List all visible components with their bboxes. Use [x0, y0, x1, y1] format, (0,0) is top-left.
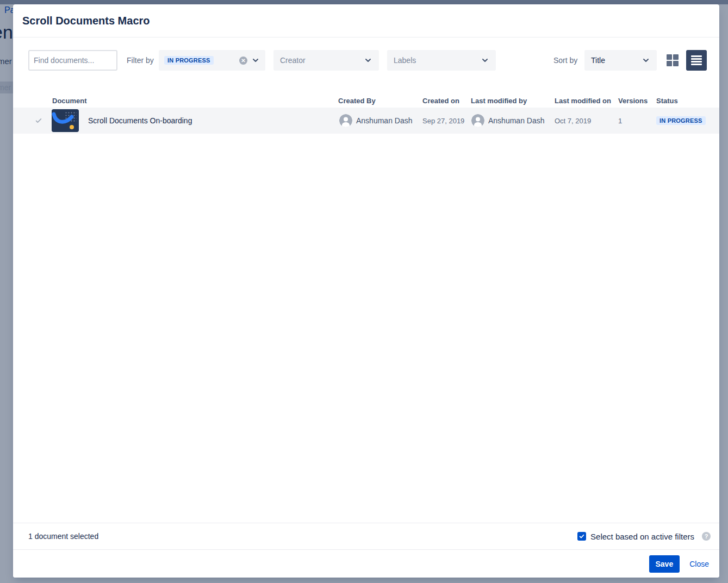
active-filters-checkbox[interactable] [577, 532, 586, 541]
active-filters-checkbox-label[interactable]: Select based on active filters [590, 532, 694, 541]
versions-count: 1 [618, 108, 622, 134]
last-modified-on-date: Oct 7, 2019 [555, 108, 591, 134]
status-cell: IN PROGRESS [656, 108, 706, 134]
document-thumbnail [52, 108, 79, 134]
toolbar: Filter by IN PROGRESS ✕ Creator Labels S… [28, 50, 707, 71]
column-header-document: Document [52, 97, 87, 105]
save-button[interactable]: Save [649, 555, 680, 573]
column-header-created-by: Created By [338, 97, 376, 105]
column-header-status: Status [656, 97, 678, 105]
created-by-cell: Anshuman Dash [339, 108, 413, 134]
row-selected-checkmark-icon [35, 108, 43, 134]
scroll-documents-macro-dialog: Scroll Documents Macro Filter by IN PROG… [13, 4, 719, 578]
sort-selected-value: Title [591, 56, 642, 65]
chevron-down-icon [481, 56, 489, 65]
list-view-icon[interactable] [686, 50, 707, 71]
status-badge: IN PROGRESS [656, 116, 706, 125]
created-by-name: Anshuman Dash [356, 116, 413, 125]
last-modified-by-name: Anshuman Dash [488, 116, 545, 125]
search-input[interactable] [28, 50, 117, 71]
user-avatar-icon [339, 114, 352, 127]
chevron-down-icon [642, 56, 650, 65]
filter-by-label: Filter by [127, 50, 154, 71]
sort-dropdown[interactable]: Title [584, 50, 657, 71]
last-modified-by-cell: Anshuman Dash [471, 108, 545, 134]
status-filter-lozenge: IN PROGRESS [164, 56, 214, 65]
chevron-down-icon [251, 56, 260, 65]
help-icon[interactable]: ? [702, 532, 711, 541]
creator-filter-dropdown[interactable]: Creator [273, 50, 379, 71]
user-avatar-icon [471, 114, 484, 127]
grid-view-icon[interactable] [667, 54, 679, 66]
column-header-versions: Versions [618, 97, 648, 105]
sort-by-label: Sort by [553, 50, 577, 71]
labels-filter-placeholder: Labels [394, 56, 481, 65]
clear-filter-icon[interactable]: ✕ [239, 57, 247, 65]
footer-actions: Save Close [13, 550, 719, 578]
labels-filter-dropdown[interactable]: Labels [387, 50, 496, 71]
column-header-last-modified-on: Last modified on [555, 97, 611, 105]
status-filter-dropdown[interactable]: IN PROGRESS ✕ [159, 50, 265, 71]
table-header: Document Created By Created on Last modi… [13, 97, 719, 108]
table-row[interactable]: Scroll Documents On-boarding Anshuman Da… [13, 108, 719, 134]
close-button[interactable]: Close [687, 560, 711, 568]
column-header-created-on: Created on [422, 97, 459, 105]
creator-filter-placeholder: Creator [280, 56, 364, 65]
active-filters-toggle: Select based on active filters ? [577, 532, 711, 541]
column-header-last-modified-by: Last modified by [471, 97, 527, 105]
selection-summary: 1 document selected [28, 532, 98, 541]
footer-info-bar: 1 document selected Select based on acti… [13, 523, 719, 550]
dialog-title: Scroll Documents Macro [22, 15, 150, 27]
document-title: Scroll Documents On-boarding [88, 108, 192, 134]
dialog-header: Scroll Documents Macro [13, 4, 719, 37]
chevron-down-icon [364, 56, 372, 65]
created-on-date: Sep 27, 2019 [422, 108, 464, 134]
